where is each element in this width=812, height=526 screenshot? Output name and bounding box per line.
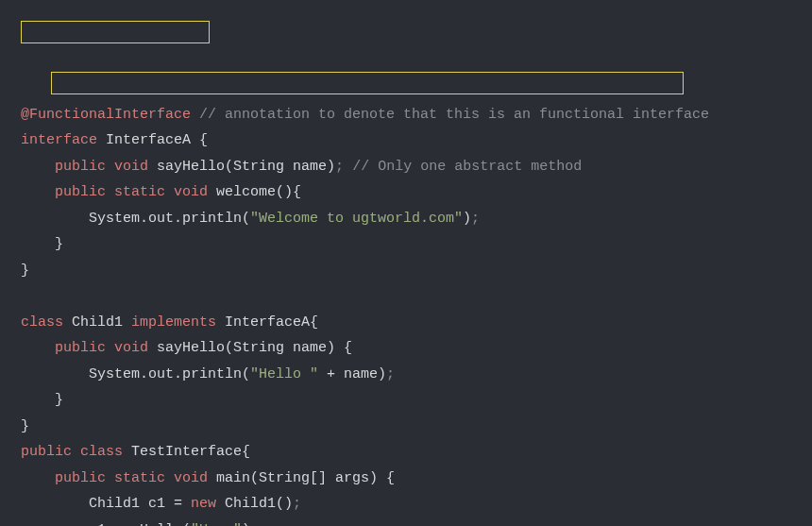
keyword-implements: implements xyxy=(131,314,216,331)
method-signature: sayHello(String name) xyxy=(148,159,335,175)
semicolon: ; xyxy=(386,366,395,382)
keyword-public: public xyxy=(55,159,106,175)
declaration: Child1 c1 = xyxy=(21,496,191,512)
keyword-public: public xyxy=(55,340,106,356)
string-literal: "Welcome to ugtworld.com" xyxy=(250,211,463,227)
string-literal: "Hello " xyxy=(250,366,318,382)
comment: // Only one abstract method xyxy=(344,159,582,175)
close-paren: ) xyxy=(463,211,471,227)
code-line-12: } xyxy=(21,414,791,440)
keyword-void: void xyxy=(114,340,148,356)
keyword-static: static xyxy=(114,470,165,486)
code-line-5: } xyxy=(21,231,791,258)
code-line-3: public static void welcome(){ xyxy=(21,179,791,206)
code-line-13: public class TestInterface{ xyxy=(21,439,791,466)
keyword-public: public xyxy=(55,184,106,200)
identifier: InterfaceA { xyxy=(97,132,208,148)
identifier: Child1 xyxy=(63,314,131,331)
brace: } xyxy=(21,263,29,279)
highlight-annotation xyxy=(21,21,210,43)
keyword-static: static xyxy=(114,184,165,200)
keyword-class: class xyxy=(21,314,63,331)
semicolon: ; xyxy=(335,159,344,175)
call: System.out.println( xyxy=(21,366,250,382)
keyword-void: void xyxy=(174,470,208,486)
keyword-public: public xyxy=(55,470,106,486)
code-line-8: class Child1 implements InterfaceA{ xyxy=(21,310,791,336)
brace: } xyxy=(21,392,63,408)
code-line-14: public static void main(String[] args) { xyxy=(21,466,791,492)
keyword-class: class xyxy=(80,444,123,460)
code-line-10: System.out.println("Hello " + name); xyxy=(21,362,791,388)
code-line-1: interface InterfaceA { xyxy=(21,127,791,154)
keyword-interface: interface xyxy=(21,132,97,148)
identifier: TestInterface{ xyxy=(123,444,250,460)
code-editor: @FunctionalInterface // annotation to de… xyxy=(21,24,791,526)
close-paren: ) xyxy=(242,522,250,527)
string-literal: "User" xyxy=(191,522,242,527)
method-signature: welcome(){ xyxy=(208,184,301,200)
method-signature: sayHello(String name) { xyxy=(148,340,352,356)
semicolon: ; xyxy=(471,211,480,227)
keyword-void: void xyxy=(114,159,148,175)
semicolon: ; xyxy=(250,522,259,527)
code-line-2: public void sayHello(String name); // On… xyxy=(21,154,791,180)
comment: // annotation to denote that this is an … xyxy=(191,107,709,123)
code-line-7 xyxy=(21,283,791,310)
method-signature: main(String[] args) { xyxy=(208,470,395,486)
keyword-public: public xyxy=(21,444,72,460)
identifier: InterfaceA{ xyxy=(216,314,318,331)
code-line-4: System.out.println("Welcome to ugtworld.… xyxy=(21,206,791,232)
code-line-9: public void sayHello(String name) { xyxy=(21,335,791,362)
brace: } xyxy=(21,236,63,252)
code-line-11: } xyxy=(21,387,791,414)
brace: } xyxy=(21,418,29,434)
keyword-void: void xyxy=(174,184,208,200)
keyword-new: new xyxy=(191,496,216,512)
code-line-16: c1.sayHello("User"); xyxy=(21,518,791,527)
constructor: Child1() xyxy=(216,496,293,512)
code-line-15: Child1 c1 = new Child1(); xyxy=(21,491,791,518)
concat: + name) xyxy=(318,366,386,382)
call: System.out.println( xyxy=(21,211,250,227)
highlight-abstract-method xyxy=(51,72,684,94)
annotation: @FunctionalInterface xyxy=(21,107,191,123)
code-line-6: } xyxy=(21,258,791,284)
call: c1.sayHello( xyxy=(21,522,191,527)
semicolon: ; xyxy=(293,496,301,512)
code-line-0: @FunctionalInterface // annotation to de… xyxy=(21,102,791,128)
